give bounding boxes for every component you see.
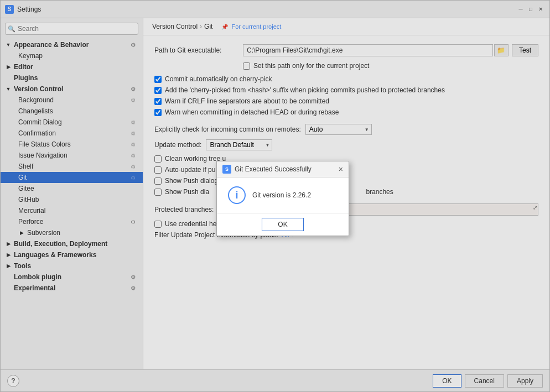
git-executed-modal: S Git Executed Successfully × i Git vers…: [216, 161, 349, 236]
modal-message: Git version is 2.26.2: [252, 191, 311, 199]
modal-footer: OK: [217, 213, 349, 236]
modal-ok-button[interactable]: OK: [262, 218, 303, 231]
modal-title: Git Executed Successfully: [235, 165, 339, 173]
modal-info-icon: i: [228, 186, 246, 204]
settings-window: S Settings ─ □ ✕ 🔍 ▼ Appearance & Behavi…: [0, 0, 550, 392]
modal-body: i Git version is 2.26.2: [217, 177, 349, 213]
modal-app-icon: S: [222, 165, 231, 174]
modal-close-button[interactable]: ×: [339, 165, 343, 173]
modal-title-bar: S Git Executed Successfully ×: [217, 161, 349, 177]
modal-overlay: S Git Executed Successfully × i Git vers…: [1, 1, 549, 391]
